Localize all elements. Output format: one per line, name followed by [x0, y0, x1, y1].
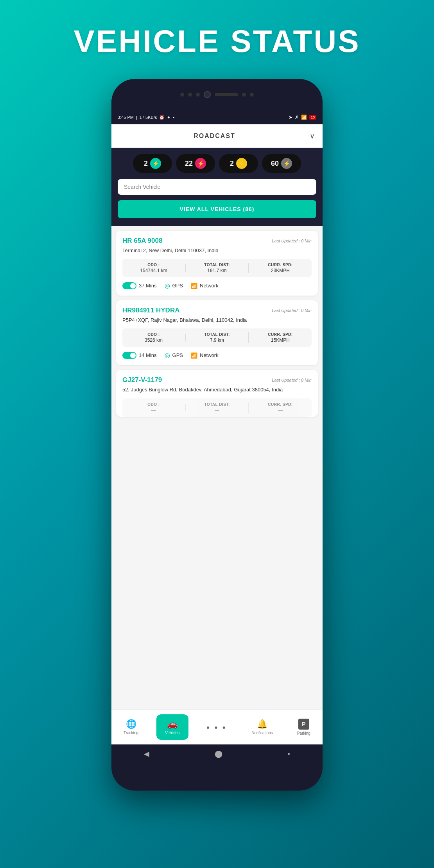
vehicle-2-stats: ODO : 3526 km TOTAL DIST: 7.9 km CURR. S… — [122, 328, 312, 347]
dot2 — [188, 93, 192, 97]
badge-4-num: 60 — [271, 160, 279, 168]
vehicle-1-gps: ◎ GPS — [165, 282, 183, 289]
network-icon-1: 📶 — [191, 283, 197, 289]
vehicle-1-curr-spd: CURR. SPD: 23KMPH — [249, 263, 312, 273]
status-left: 3:45 PM | 17.5KB/s ⏰ ✦ ▪ — [118, 115, 174, 120]
x-icon: ✗ — [295, 115, 299, 120]
bottom-nav: 🌐 Tracking 🚗 Vehicles ● ● ● 🔔 Notificati… — [111, 709, 323, 744]
dark-section: 2 ⚡ 22 ⚡ 2 ⚡ 60 ⚡ VIEW ALL VEHI — [111, 148, 323, 226]
battery-icon: 13 — [309, 115, 316, 120]
status-divider: | — [136, 115, 137, 120]
gps-icon-2: ◎ — [165, 352, 170, 359]
vehicle-1-stats: ODO : 154744.1 km TOTAL DIST: 191.7 km C… — [122, 259, 312, 277]
badge-2-icon: ⚡ — [195, 158, 206, 169]
toggle-icon-2[interactable] — [122, 352, 136, 359]
vehicles-icon: 🚗 — [167, 719, 178, 729]
search-input[interactable] — [118, 179, 316, 195]
vehicle-1-mins: 37 Mins — [139, 283, 157, 289]
vehicle-2-footer: 14 Mins ◎ GPS 📶 Network — [122, 352, 312, 359]
vehicle-3-curr-spd: CURR. SPD: — — [249, 402, 312, 413]
badge-2-num: 22 — [185, 160, 193, 168]
nav-vehicles-label: Vehicles — [165, 731, 179, 735]
android-nav-bar: ◀ ⬤ ▪ — [111, 744, 323, 763]
vehicle-1-network: 📶 Network — [191, 283, 219, 289]
wifi-icon: 📶 — [301, 115, 307, 120]
phone-shell: 3:45 PM | 17.5KB/s ⏰ ✦ ▪ ➤ ✗ 📶 13 ROADCA… — [111, 79, 323, 791]
card-3-header: GJ27-V-1179 Last Updated : 0 Min — [122, 376, 312, 384]
vehicle-2-odo: ODO : 3526 km — [122, 332, 185, 343]
vehicle-3-odo: ODO : — — [122, 402, 185, 413]
vehicle-3-total-dist: TOTAL DIST: — — [186, 402, 249, 413]
nav-parking[interactable]: P Parking — [291, 716, 317, 739]
badges-row: 2 ⚡ 22 ⚡ 2 ⚡ 60 ⚡ — [118, 154, 316, 173]
badge-1-icon: ⚡ — [150, 158, 161, 169]
status-speed: 17.5KB/s — [140, 115, 157, 120]
dot3 — [196, 93, 200, 97]
vehicle-card-1[interactable]: HR 65A 9008 Last Updated : 0 Min Termina… — [116, 231, 318, 296]
nav-tracking-label: Tracking — [124, 731, 138, 735]
badge-3[interactable]: 2 ⚡ — [219, 154, 258, 173]
nav-more[interactable]: ● ● ● — [200, 721, 233, 733]
nav-notifications[interactable]: 🔔 Notifications — [245, 716, 279, 738]
nav-tracking[interactable]: 🌐 Tracking — [117, 716, 145, 738]
vehicle-2-network: 📶 Network — [191, 352, 219, 359]
dot5 — [250, 93, 254, 97]
dot1 — [180, 93, 184, 97]
status-bar: 3:45 PM | 17.5KB/s ⏰ ✦ ▪ ➤ ✗ 📶 13 — [111, 110, 323, 124]
more-icon: ● ● ● — [206, 724, 227, 730]
vehicle-3-updated: Last Updated : 0 Min — [272, 378, 312, 382]
vehicle-card-3[interactable]: GJ27-V-1179 Last Updated : 0 Min 52, Jud… — [116, 370, 318, 417]
vehicle-3-id: GJ27-V-1179 — [122, 376, 162, 384]
camera-area — [180, 91, 254, 98]
vehicle-1-id: HR 65A 9008 — [122, 237, 162, 245]
badge-4[interactable]: 60 ⚡ — [262, 154, 301, 173]
vehicle-2-total-dist: TOTAL DIST: 7.9 km — [186, 332, 249, 343]
alarm-icon: ⏰ — [159, 115, 165, 120]
badge-2[interactable]: 22 ⚡ — [176, 154, 215, 173]
vehicle-1-toggle: 37 Mins — [122, 282, 157, 289]
speaker — [215, 93, 238, 96]
badge-1[interactable]: 2 ⚡ — [133, 154, 172, 173]
chevron-down-icon[interactable]: ∨ — [310, 132, 315, 140]
vehicle-2-curr-spd: CURR. SPD: 15KMPH — [249, 332, 312, 343]
vehicle-3-address: 52, Judges Bunglow Rd, Bodakdev, Ahmedab… — [122, 386, 312, 393]
vehicle-3-stats: ODO : — TOTAL DIST: — CURR. SPD: — — [122, 398, 312, 417]
vehicle-2-updated: Last Updated : 0 Min — [272, 308, 312, 313]
android-square-btn[interactable]: ▪ — [287, 750, 290, 758]
nav-notifications-label: Notifications — [251, 731, 273, 735]
phone-bottom-bezel — [111, 763, 323, 791]
vehicle-list: HR 65A 9008 Last Updated : 0 Min Termina… — [111, 226, 323, 709]
phone-screen: 3:45 PM | 17.5KB/s ⏰ ✦ ▪ ➤ ✗ 📶 13 ROADCA… — [111, 110, 323, 763]
badge-3-icon: ⚡ — [236, 158, 247, 169]
android-home-btn[interactable]: ⬤ — [215, 750, 222, 758]
badge-4-icon: ⚡ — [281, 158, 292, 169]
location-icon: ➤ — [289, 115, 292, 120]
android-back-btn[interactable]: ◀ — [144, 750, 149, 758]
tracking-icon: 🌐 — [126, 719, 136, 729]
vehicle-card-2[interactable]: HR984911 HYDRA Last Updated : 0 Min P5P4… — [116, 300, 318, 365]
vehicle-1-updated: Last Updated : 0 Min — [272, 239, 312, 243]
page-title: VEHICLE STATUS — [74, 23, 360, 59]
vehicle-2-gps: ◎ GPS — [165, 352, 183, 359]
phone-top-bezel — [111, 79, 323, 110]
dot4 — [242, 93, 246, 97]
vehicle-2-toggle: 14 Mins — [122, 352, 157, 359]
hash-icon: ✦ — [167, 115, 170, 120]
status-time: 3:45 PM — [118, 115, 134, 120]
vehicle-2-id: HR984911 HYDRA — [122, 307, 179, 314]
network-icon-2: 📶 — [191, 352, 197, 359]
vehicle-2-address: P5P4+XQF, Rajiv Nagar, Bhalswa, Delhi, 1… — [122, 317, 312, 324]
toggle-icon-1[interactable] — [122, 282, 136, 289]
status-right: ➤ ✗ 📶 13 — [289, 115, 316, 120]
app-header-title: ROADCAST — [194, 133, 235, 140]
vehicle-1-address: Terminal 2, New Delhi, Delhi 110037, Ind… — [122, 247, 312, 254]
notifications-icon: 🔔 — [257, 719, 267, 729]
card-2-header: HR984911 HYDRA Last Updated : 0 Min — [122, 307, 312, 314]
gps-icon-1: ◎ — [165, 282, 170, 289]
vehicle-1-odo: ODO : 154744.1 km — [122, 263, 185, 273]
nav-vehicles[interactable]: 🚗 Vehicles — [156, 714, 188, 740]
nav-parking-label: Parking — [297, 731, 310, 735]
view-all-vehicles-button[interactable]: VIEW ALL VEHICLES (86) — [118, 200, 316, 218]
badge-3-num: 2 — [230, 160, 234, 168]
square-icon: ▪ — [173, 115, 174, 120]
